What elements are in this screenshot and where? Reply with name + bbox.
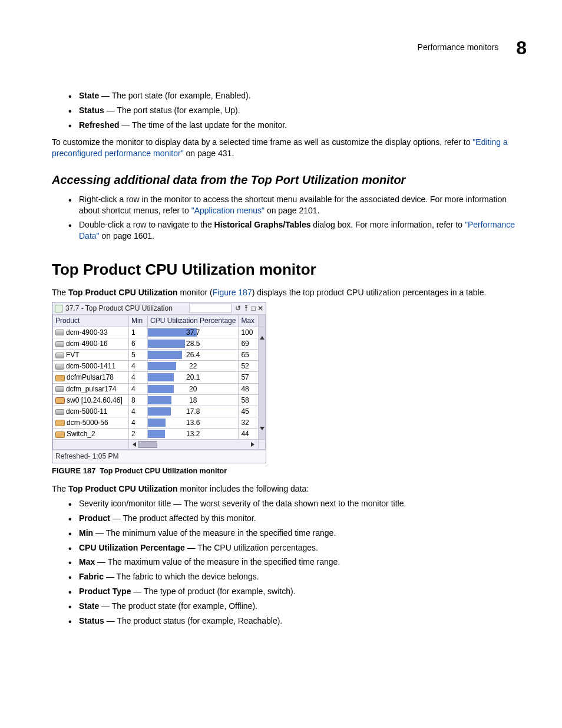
product-cell: dcfm_pulsar174 xyxy=(53,383,129,394)
list-item: Right-click a row in the monitor to acce… xyxy=(68,194,527,216)
product-cell: Switch_2 xyxy=(53,429,129,440)
product-name: sw0 [10.24.60.46] xyxy=(67,396,123,404)
term: Status xyxy=(79,616,104,625)
product-name: dcm-5000-56 xyxy=(67,419,108,427)
vertical-scrollbar[interactable] xyxy=(259,327,266,440)
table-row[interactable]: dcfm_pulsar17442048 xyxy=(53,383,266,394)
list-item: Product — The product affected by this m… xyxy=(68,513,527,524)
footer-blank xyxy=(53,440,129,450)
table-row[interactable]: dcfmPulsar178420.157 xyxy=(53,372,266,383)
list-item: State — The port state (for example, Ena… xyxy=(68,90,527,101)
desc: — The product state (for example, Offlin… xyxy=(99,601,257,611)
min-cell: 1 xyxy=(128,327,147,338)
col-pct[interactable]: CPU Utilization Percentage xyxy=(148,315,239,327)
subsection-heading: Accessing additional data from the Top P… xyxy=(52,172,527,188)
max-cell: 57 xyxy=(239,372,259,383)
scroll-thumb[interactable] xyxy=(138,441,157,448)
monitor-titlebar: 37.7 - Top Product CPU Utilization ↺ ⭱ □… xyxy=(52,302,266,315)
utilization-value: 20 xyxy=(148,384,238,394)
pct-cell: 18 xyxy=(148,394,239,406)
text: Top Product CPU Utilization xyxy=(68,288,178,297)
text: To customize the monitor to display data… xyxy=(52,137,472,147)
desc: — The product status (for example, Reach… xyxy=(104,616,282,625)
col-min[interactable]: Min xyxy=(128,315,147,327)
close-icon[interactable]: ✕ xyxy=(257,304,263,313)
product-name: dcm-5000-11 xyxy=(66,407,108,416)
table-row[interactable]: dcm-4900-33137.7100 xyxy=(53,327,266,338)
intro-paragraph: The Top Product CPU Utilization monitor … xyxy=(52,287,527,298)
device-icon xyxy=(55,397,65,404)
max-cell: 65 xyxy=(239,349,259,360)
product-name: dcfmPulsar178 xyxy=(67,373,114,381)
max-cell: 52 xyxy=(239,361,259,372)
device-icon xyxy=(55,341,64,347)
col-product[interactable]: Product xyxy=(53,315,129,327)
table-row[interactable]: dcm-4900-16628.569 xyxy=(53,338,266,349)
list-item: Refreshed — The time of the last update … xyxy=(68,120,527,131)
min-cell: 4 xyxy=(128,383,147,394)
device-icon xyxy=(55,375,65,381)
list-item: Status — The product status (for example… xyxy=(68,615,527,627)
text: Historical Graphs/Tables xyxy=(214,220,311,229)
pct-cell: 13.6 xyxy=(148,417,239,429)
pct-cell: 20.1 xyxy=(148,372,239,383)
table-row[interactable]: sw0 [10.24.60.46]81858 xyxy=(53,394,266,406)
product-cell: dcm-5000-11 xyxy=(53,406,129,417)
product-cell: dcm-5000-1411 xyxy=(53,361,129,372)
product-cell: dcfmPulsar178 xyxy=(53,372,129,383)
figure-label: FIGURE 187 xyxy=(52,466,95,475)
desc: — The product affected by this monitor. xyxy=(110,513,256,523)
list-item: Min — The minimum value of the measure i… xyxy=(68,528,527,539)
device-icon xyxy=(55,420,65,426)
pct-cell: 37.7 xyxy=(148,327,239,338)
max-cell: 32 xyxy=(239,417,259,429)
table-row[interactable]: dcm-5000-141142252 xyxy=(53,361,266,372)
scroll-right-icon[interactable] xyxy=(251,442,254,447)
desc: — The type of product (for example, swit… xyxy=(131,587,295,596)
table-row[interactable]: dcm-5000-11417.845 xyxy=(53,406,266,417)
col-max[interactable]: Max xyxy=(239,315,259,327)
product-name: FVT xyxy=(66,351,80,359)
collapse-icon[interactable]: ⭱ xyxy=(243,304,250,313)
table-row[interactable]: Switch_2213.244 xyxy=(53,429,266,440)
max-cell: 58 xyxy=(239,394,259,406)
device-icon xyxy=(55,386,64,392)
window-controls: ↺ ⭱ □ ✕ xyxy=(235,304,263,313)
figure-title: Top Product CPU Utilization monitor xyxy=(100,467,227,475)
utilization-value: 37.7 xyxy=(148,328,238,337)
min-cell: 4 xyxy=(128,361,147,372)
desc: Severity icon/monitor title — The worst … xyxy=(79,499,406,508)
cross-reference-link[interactable]: "Application menus" xyxy=(191,206,265,215)
monitor-blank-field[interactable] xyxy=(189,304,232,313)
utilization-value: 28.5 xyxy=(148,339,238,348)
chapter-number: 8 xyxy=(516,37,527,58)
figure-link[interactable]: Figure 187 xyxy=(213,288,252,297)
table-row[interactable]: FVT526.465 xyxy=(53,349,266,360)
term: Status xyxy=(79,106,104,115)
term: Min xyxy=(79,528,93,538)
product-name: Switch_2 xyxy=(67,430,95,438)
scroll-up-icon[interactable] xyxy=(260,336,265,340)
min-cell: 5 xyxy=(128,349,147,360)
list-item: CPU Utilization Percentage — The CPU uti… xyxy=(68,542,527,554)
section-heading: Top Product CPU Utilization monitor xyxy=(52,259,527,280)
utilization-value: 13.2 xyxy=(148,429,238,439)
desc: — The fabric to which the device belongs… xyxy=(104,572,259,581)
pct-cell: 26.4 xyxy=(148,349,239,360)
text: monitor includes the following data: xyxy=(178,484,309,493)
min-cell: 2 xyxy=(128,429,147,440)
term: Refreshed xyxy=(79,120,119,130)
desc: — The minimum value of the measure in th… xyxy=(93,528,336,538)
maximize-icon[interactable]: □ xyxy=(252,304,256,313)
utilization-value: 20.1 xyxy=(148,373,238,382)
product-name: dcm-4900-16 xyxy=(66,340,108,348)
scroll-left-icon[interactable] xyxy=(133,442,136,447)
text: on page 1601. xyxy=(100,231,154,241)
table-row[interactable]: dcm-5000-56413.632 xyxy=(53,417,266,429)
hscroll-cell[interactable] xyxy=(128,440,258,450)
pct-cell: 13.2 xyxy=(148,429,239,440)
list-item: Fabric — The fabric to which the device … xyxy=(68,571,527,582)
text: dialog box. For more information, refer … xyxy=(310,220,464,229)
scroll-down-icon[interactable] xyxy=(260,427,265,430)
refresh-icon[interactable]: ↺ xyxy=(235,304,241,313)
